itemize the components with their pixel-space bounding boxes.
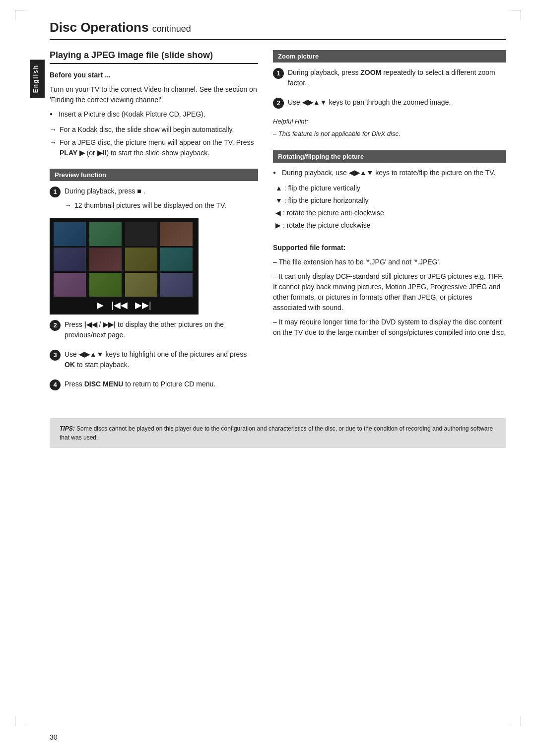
left-column: Playing a JPEG image file (slide show) B… (50, 50, 258, 398)
zoom-picture-bar: Zoom picture (273, 50, 506, 63)
continued-label: continued (152, 24, 191, 34)
tips-bar: TIPS: Some discs cannot be played on thi… (50, 418, 506, 448)
bullet-list-main: Insert a Picture disc (Kodak Picture CD,… (50, 109, 258, 120)
thumb-9 (54, 273, 86, 297)
supported-file-format-label: Supported file format: (273, 243, 506, 253)
step-4: 4 Press DISC MENU to return to Picture C… (50, 379, 258, 393)
zoom-step-1-text: During playback, press ZOOM repeatedly t… (288, 67, 506, 88)
symbol-item-0: ▲ : flip the picture vertically (273, 183, 506, 193)
step-3-text: Use ◀▶▲▼ keys to highlight one of the pi… (65, 349, 258, 370)
thumb-3 (125, 222, 157, 246)
section-heading-jpeg: Playing a JPEG image file (slide show) (50, 50, 258, 64)
bullet-item-insert: Insert a Picture disc (Kodak Picture CD,… (50, 109, 258, 120)
before-you-start-label: Before you start ... (50, 70, 258, 80)
step-3-num: 3 (50, 350, 61, 361)
before-you-start-text: Turn on your TV to the correct Video In … (50, 84, 258, 105)
supported-item-1: – It can only display DCF-standard still… (273, 271, 506, 313)
thumb-12 (160, 273, 193, 297)
thumb-6 (89, 248, 122, 271)
zoom-step-2-num: 2 (273, 98, 284, 109)
tips-text: Some discs cannot be played on this play… (60, 425, 493, 441)
grid-controls: ▶ |◀◀ ▶▶| (54, 300, 195, 311)
step-2-num: 2 (50, 320, 61, 331)
thumb-5 (54, 248, 86, 271)
page-title: Disc Operations continued (50, 20, 506, 40)
symbol-item-2: ◀ : rotate the picture anti-clockwise (273, 208, 506, 218)
thumb-8 (160, 248, 193, 271)
thumbnail-grid (54, 222, 195, 297)
zoom-step-1-num: 1 (273, 68, 284, 79)
supported-item-0: – The file extension has to be '*.JPG' a… (273, 257, 506, 267)
zoom-step-2-content: Use ◀▶▲▼ keys to pan through the zoomed … (288, 97, 506, 112)
arrow-item-kodak: For a Kodak disc, the slide show will be… (50, 125, 258, 135)
english-tab: English (30, 60, 45, 98)
zoom-step-1: 1 During playback, press ZOOM repeatedly… (273, 67, 506, 92)
thumb-7 (125, 248, 157, 271)
step-4-num: 4 (50, 379, 61, 390)
play-icon: ▶ (97, 300, 104, 311)
step-2-text: Press |◀◀ / ▶▶| to display the other pic… (65, 319, 258, 340)
prev-icon: |◀◀ (111, 300, 128, 311)
step-1: 1 During playback, press ■ . 12 thumbnai… (50, 186, 258, 213)
step-2: 2 Press |◀◀ / ▶▶| to display the other p… (50, 319, 258, 344)
page-number: 30 (50, 733, 58, 741)
thumb-2 (89, 222, 122, 246)
step-1-num: 1 (50, 187, 61, 197)
symbol-item-3: ▶ : rotate the picture clockwise (273, 220, 506, 231)
zoom-step-1-content: During playback, press ZOOM repeatedly t… (288, 67, 506, 92)
thumb-4 (160, 222, 193, 246)
step-3: 3 Use ◀▶▲▼ keys to highlight one of the … (50, 349, 258, 374)
symbol-item-1: ▼ : flip the picture horizontally (273, 195, 506, 206)
page-container: English Disc Operations continued Playin… (0, 0, 536, 756)
rotating-bullet-list: During playback, use ◀▶▲▼ keys to rotate… (273, 168, 506, 178)
next-icon: ▶▶| (135, 300, 151, 311)
zoom-step-2: 2 Use ◀▶▲▼ keys to pan through the zoome… (273, 97, 506, 112)
step-2-content: Press |◀◀ / ▶▶| to display the other pic… (65, 319, 258, 344)
arrow-item-jpeg: For a JPEG disc, the picture menu will a… (50, 137, 258, 158)
helpful-hint-label: Helpful Hint: (273, 117, 506, 126)
step-4-text: Press DISC MENU to return to Picture CD … (65, 379, 258, 389)
thumb-10 (89, 273, 122, 297)
thumb-1 (54, 222, 86, 246)
preview-function-bar: Preview function (50, 169, 258, 181)
rotating-bullet-item: During playback, use ◀▶▲▼ keys to rotate… (273, 168, 506, 178)
tips-label: TIPS: (60, 425, 75, 432)
step-1-content: During playback, press ■ . 12 thumbnail … (65, 186, 258, 213)
supported-item-2: – It may require longer time for the DVD… (273, 317, 506, 338)
zoom-step-2-text: Use ◀▶▲▼ keys to pan through the zoomed … (288, 97, 506, 108)
thumb-11 (125, 273, 157, 297)
right-column: Zoom picture 1 During playback, press ZO… (273, 50, 506, 398)
step-4-content: Press DISC MENU to return to Picture CD … (65, 379, 258, 393)
step-1-arrow: 12 thumbnail pictures will be displayed … (65, 200, 258, 211)
helpful-hint-text: – This feature is not applicable for Div… (273, 129, 506, 139)
step-3-content: Use ◀▶▲▼ keys to highlight one of the pi… (65, 349, 258, 374)
thumbnail-grid-container: ▶ |◀◀ ▶▶| (50, 218, 199, 315)
step-1-text: During playback, press ■ . (65, 186, 258, 196)
two-column-layout: Playing a JPEG image file (slide show) B… (50, 50, 506, 398)
main-title-text: Disc Operations (50, 20, 148, 35)
rotating-flipping-bar: Rotating/flipping the picture (273, 150, 506, 163)
symbol-list: ▲ : flip the picture vertically ▼ : flip… (273, 183, 506, 231)
